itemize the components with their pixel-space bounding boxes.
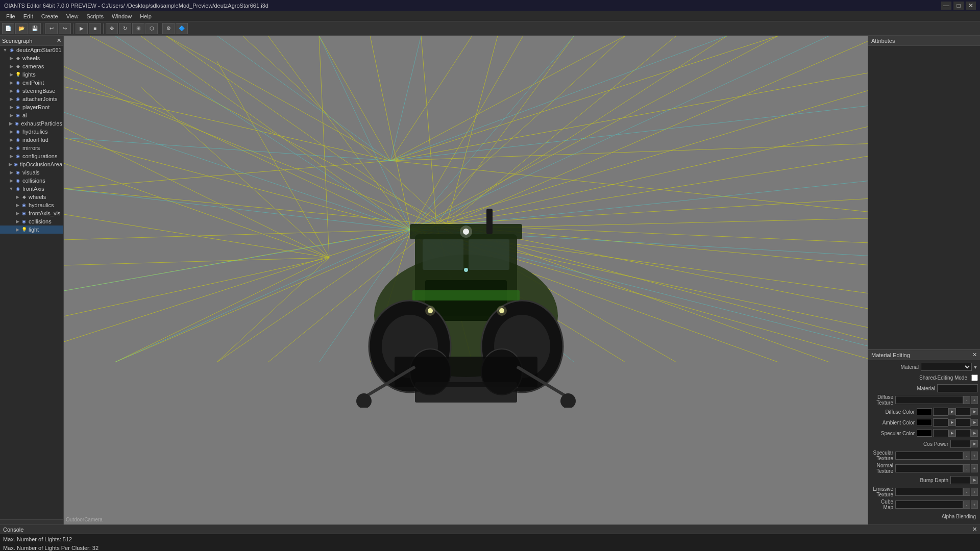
ambient-color-input2[interactable]: [955, 418, 971, 427]
specular-color-arrow[interactable]: ▶: [948, 430, 955, 437]
diffuse-color-input2[interactable]: [955, 408, 971, 416]
tree-item-collisions[interactable]: ▶◉collisions: [0, 177, 63, 185]
menu-scripts[interactable]: Scripts: [82, 11, 108, 21]
tree-item-exhaustParticles[interactable]: ▶◉exhaustParticles: [0, 119, 63, 128]
toolbar-open[interactable]: 📂: [15, 23, 28, 34]
tree-expand-playerRoot[interactable]: ▶: [8, 105, 14, 110]
tree-item-exitPoint[interactable]: ▶◉exitPoint: [0, 79, 63, 87]
tree-expand-lights[interactable]: ▶: [8, 72, 14, 77]
tree-item-cameras[interactable]: ▶◆cameras: [0, 62, 63, 70]
tree-item-deutzAgroStar661[interactable]: ▼◉deutzAgroStar661: [0, 46, 63, 54]
tree-expand-mirrors[interactable]: ▶: [8, 145, 14, 151]
tree-expand-exhaustParticles[interactable]: ▶: [8, 121, 14, 126]
diffuse-texture-plus[interactable]: +: [971, 396, 978, 404]
maximize-button[interactable]: □: [953, 2, 964, 10]
cube-map-input[interactable]: [895, 500, 963, 509]
tree-expand-collisions[interactable]: ▶: [8, 178, 14, 183]
diffuse-texture-minus[interactable]: -: [963, 396, 970, 404]
cube-map-minus[interactable]: -: [963, 500, 970, 509]
tree-item-collisions2[interactable]: ▶◉collisions: [0, 217, 63, 226]
specular-texture-minus[interactable]: -: [963, 452, 970, 460]
close-button[interactable]: ✕: [966, 2, 976, 10]
menu-help[interactable]: Help: [136, 11, 156, 21]
tree-item-playerRoot[interactable]: ▶◉playerRoot: [0, 103, 63, 111]
tree-expand-light[interactable]: ▶: [14, 227, 20, 232]
cos-power-input[interactable]: 20: [950, 440, 971, 448]
scenegraph-scroll-h[interactable]: [0, 519, 63, 524]
diffuse-color-arrow[interactable]: ▶: [948, 408, 955, 415]
tree-expand-ai[interactable]: ▶: [8, 113, 14, 118]
ambient-color-arrow[interactable]: ▶: [948, 419, 955, 426]
tree-expand-collisions2[interactable]: ▶: [14, 219, 20, 224]
bump-depth-input[interactable]: 0: [950, 476, 971, 484]
ambient-color-swatch[interactable]: [917, 419, 932, 426]
toolbar-new[interactable]: 📄: [2, 23, 14, 34]
emissive-texture-plus[interactable]: +: [971, 488, 978, 496]
scenegraph-close[interactable]: ✕: [57, 37, 61, 44]
diffuse-color-swatch[interactable]: [917, 408, 932, 415]
diffuse-texture-input[interactable]: [895, 396, 963, 404]
menu-edit[interactable]: Edit: [19, 11, 37, 21]
tree-item-wheels2[interactable]: ▶◆wheels: [0, 193, 63, 201]
menu-create[interactable]: Create: [37, 11, 62, 21]
tree-expand-attacherJoints[interactable]: ▶: [8, 96, 14, 102]
tree-item-light[interactable]: ▶💡light: [0, 226, 63, 234]
viewport[interactable]: OutdoorCamera: [64, 36, 868, 524]
tree-expand-frontAxis[interactable]: ▼: [8, 186, 14, 191]
console-close[interactable]: ✕: [972, 526, 977, 533]
tree-expand-frontAxis_vis[interactable]: ▶: [14, 211, 20, 216]
tree-item-ai[interactable]: ▶◉ai: [0, 111, 63, 119]
tree-item-indoorHud[interactable]: ▶◉indoorHud: [0, 136, 63, 144]
tree-item-tipOcclusionArea[interactable]: ▶◉tipOcclusionArea: [0, 160, 63, 168]
toolbar-stop[interactable]: ■: [89, 23, 101, 34]
specular-texture-plus[interactable]: +: [971, 452, 978, 460]
bump-depth-arrow[interactable]: ▶: [971, 477, 978, 484]
specular-texture-input[interactable]: [895, 452, 963, 460]
ambient-color-input[interactable]: 0: [933, 418, 948, 427]
toolbar-rotate[interactable]: ↻: [119, 23, 131, 34]
tree-item-visuals[interactable]: ▶◉visuals: [0, 168, 63, 177]
tree-item-frontAxis_vis[interactable]: ▶◉frontAxis_vis: [0, 209, 63, 217]
scenegraph-tree[interactable]: ▼◉deutzAgroStar661▶◆wheels▶◆cameras▶💡lig…: [0, 46, 63, 519]
tree-item-wheels1[interactable]: ▶◆wheels: [0, 54, 63, 62]
tree-item-configurations[interactable]: ▶◉configurations: [0, 152, 63, 160]
shared-editing-checkbox[interactable]: [971, 374, 978, 381]
diffuse-color-input[interactable]: 0: [933, 408, 948, 416]
tree-item-hydraulics[interactable]: ▶◉hydraulics: [0, 128, 63, 136]
tree-expand-tipOcclusionArea[interactable]: ▶: [8, 162, 13, 167]
ambient-color-arrow2[interactable]: ▶: [971, 419, 978, 426]
tree-item-lights[interactable]: ▶💡lights: [0, 70, 63, 79]
cube-map-plus[interactable]: +: [971, 500, 978, 509]
toolbar-move[interactable]: ✥: [106, 23, 118, 34]
tree-item-frontAxis[interactable]: ▼◉frontAxis: [0, 185, 63, 193]
material-select[interactable]: [921, 363, 972, 371]
tree-item-steeringBase[interactable]: ▶◉steeringBase: [0, 87, 63, 95]
emissive-texture-input[interactable]: [895, 488, 963, 496]
tree-expand-wheels1[interactable]: ▶: [8, 56, 14, 61]
menu-view[interactable]: View: [62, 11, 83, 21]
diffuse-color-arrow2[interactable]: ▶: [971, 408, 978, 415]
material-name-input[interactable]: [937, 384, 978, 392]
tree-item-mirrors[interactable]: ▶◉mirrors: [0, 144, 63, 152]
normal-texture-plus[interactable]: +: [971, 464, 978, 472]
tree-expand-steeringBase[interactable]: ▶: [8, 88, 14, 93]
tree-expand-deutzAgroStar661[interactable]: ▼: [2, 47, 8, 53]
normal-texture-input[interactable]: [895, 464, 963, 472]
toolbar-scale[interactable]: ⊞: [132, 23, 144, 34]
tree-expand-visuals[interactable]: ▶: [8, 170, 14, 175]
toolbar-redo[interactable]: ↪: [59, 23, 71, 34]
cos-power-arrow[interactable]: ▶: [971, 440, 978, 447]
toolbar-render[interactable]: 🔷: [176, 23, 188, 34]
toolbar-run[interactable]: ▶: [76, 23, 88, 34]
toolbar-undo[interactable]: ↩: [45, 23, 58, 34]
toolbar-save[interactable]: 💾: [29, 23, 41, 34]
tree-expand-hydraulics[interactable]: ▶: [8, 129, 14, 134]
material-editing-close[interactable]: ✕: [972, 352, 977, 358]
menu-window[interactable]: Window: [108, 11, 136, 21]
menu-file[interactable]: File: [2, 11, 19, 21]
specular-color-input[interactable]: 0: [933, 429, 948, 437]
toolbar-settings[interactable]: ⚙: [162, 23, 175, 34]
tree-expand-hydraulics2[interactable]: ▶: [14, 203, 20, 208]
minimize-button[interactable]: —: [941, 2, 951, 10]
specular-color-arrow2[interactable]: ▶: [971, 430, 978, 437]
